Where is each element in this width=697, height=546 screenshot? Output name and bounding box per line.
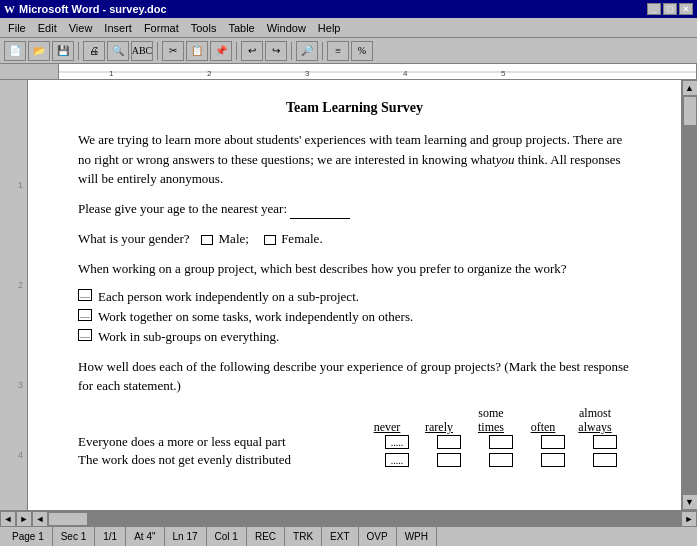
group-question: When working on a group project, which b… (78, 259, 631, 279)
menu-table[interactable]: Table (222, 20, 260, 36)
gender-female-checkbox[interactable] (264, 235, 276, 245)
toolbar: 📄 📂 💾 🖨 🔍 ABC ✂ 📋 📌 ↩ ↪ 🔎 ≡ % (0, 38, 697, 64)
gender-male-label: Male; (219, 231, 249, 246)
rating-row-0-label: Everyone does a more or less equal part (78, 434, 371, 450)
margin-num-3: 3 (18, 380, 23, 390)
svg-text:4: 4 (403, 69, 408, 78)
new-button[interactable]: 📄 (4, 41, 26, 61)
gender-male-checkbox[interactable]: ..... (201, 235, 213, 245)
rating-box-cell-1-2 (475, 453, 527, 467)
app-icon: W (4, 3, 15, 15)
rating-header-rarely: rarely (413, 406, 465, 435)
ruler: 1 2 3 4 5 (0, 64, 697, 80)
svg-text:2: 2 (207, 69, 212, 78)
maximize-button[interactable]: □ (663, 3, 677, 15)
gender-question: What is your gender? ..... Male; Female. (78, 229, 631, 249)
print-preview-button[interactable]: 🔍 (107, 41, 129, 61)
rating-box-0-4[interactable] (593, 435, 617, 449)
rating-box-cell-0-0: ..... (371, 435, 423, 449)
rating-header-often-line1 (517, 406, 569, 420)
scroll-thumb[interactable] (683, 96, 697, 126)
toolbar-separator-1 (78, 42, 79, 60)
find-button[interactable]: 🔎 (296, 41, 318, 61)
menu-help[interactable]: Help (312, 20, 347, 36)
minimize-button[interactable]: _ (647, 3, 661, 15)
rating-box-0-0[interactable]: ..... (385, 435, 409, 449)
menu-view[interactable]: View (63, 20, 99, 36)
spell-check-button[interactable]: ABC (131, 41, 153, 61)
hscroll-track[interactable] (48, 511, 681, 526)
rating-header-never: never (361, 406, 413, 435)
gender-label: What is your gender? (78, 231, 190, 246)
rating-box-0-1[interactable] (437, 435, 461, 449)
rating-box-0-2[interactable] (489, 435, 513, 449)
status-ext: EXT (322, 527, 358, 546)
menu-insert[interactable]: Insert (98, 20, 138, 36)
page-next-button[interactable]: ► (16, 511, 32, 527)
menu-format[interactable]: Format (138, 20, 185, 36)
rating-row-1: The work does not get evenly distributed… (78, 452, 631, 468)
status-wph: WPH (397, 527, 437, 546)
choice-text-0: Each person work independently on a sub-… (98, 288, 359, 306)
rating-box-0-3[interactable] (541, 435, 565, 449)
scroll-down-button[interactable]: ▼ (682, 494, 698, 510)
age-label: Please give your age to the nearest year… (78, 201, 287, 216)
close-button[interactable]: × (679, 3, 693, 15)
rating-box-cell-0-2 (475, 435, 527, 449)
rating-row-1-boxes: ..... (371, 453, 631, 467)
rating-header-always-line2: always (569, 420, 621, 434)
toolbar-separator-3 (236, 42, 237, 60)
choice-box-1[interactable]: ..... (78, 309, 92, 321)
rating-box-1-4[interactable] (593, 453, 617, 467)
save-button[interactable]: 💾 (52, 41, 74, 61)
choice-item-0: ..... Each person work independently on … (78, 288, 631, 306)
hscroll-left-button[interactable]: ◄ (32, 511, 48, 527)
document-area[interactable]: Team Learning Survey We are trying to le… (28, 80, 681, 510)
rating-box-1-3[interactable] (541, 453, 565, 467)
status-sec: Sec 1 (53, 527, 96, 546)
redo-button[interactable]: ↪ (265, 41, 287, 61)
age-question: Please give your age to the nearest year… (78, 199, 631, 220)
hscroll-right-button[interactable]: ► (681, 511, 697, 527)
age-field[interactable] (290, 199, 350, 220)
status-page: Page 1 (4, 527, 53, 546)
copy-button[interactable]: 📋 (186, 41, 208, 61)
menu-file[interactable]: File (2, 20, 32, 36)
choice-box-2[interactable]: ..... (78, 329, 92, 341)
rating-box-1-0[interactable]: ..... (385, 453, 409, 467)
open-button[interactable]: 📂 (28, 41, 50, 61)
scroll-track[interactable] (682, 96, 697, 494)
paste-button[interactable]: 📌 (210, 41, 232, 61)
cut-button[interactable]: ✂ (162, 41, 184, 61)
status-col: Col 1 (207, 527, 247, 546)
margin-num-1: 1 (18, 180, 23, 190)
choice-list: ..... Each person work independently on … (78, 288, 631, 347)
rating-header-rarely-line2: rarely (413, 420, 465, 434)
menu-tools[interactable]: Tools (185, 20, 223, 36)
ruler-content: 1 2 3 4 5 (58, 64, 697, 79)
zoom-button[interactable]: % (351, 41, 373, 61)
horizontal-scrollbar-area: ◄ ► ◄ ► (0, 510, 697, 526)
hscroll-thumb[interactable] (48, 512, 88, 526)
rating-header-never-line2: never (361, 420, 413, 434)
svg-text:3: 3 (305, 69, 310, 78)
rating-intro: How well does each of the following desc… (78, 357, 631, 396)
status-page-of: 1/1 (95, 527, 126, 546)
menu-window[interactable]: Window (261, 20, 312, 36)
print-button[interactable]: 🖨 (83, 41, 105, 61)
scroll-up-button[interactable]: ▲ (682, 80, 698, 96)
undo-button[interactable]: ↩ (241, 41, 263, 61)
intro-italic: you (496, 152, 515, 167)
choice-box-0[interactable]: ..... (78, 289, 92, 301)
vertical-scrollbar: ▲ ▼ (681, 80, 697, 510)
rating-row-0-boxes: ..... (371, 435, 631, 449)
rating-box-1-1[interactable] (437, 453, 461, 467)
menu-edit[interactable]: Edit (32, 20, 63, 36)
rating-row-1-label: The work does not get evenly distributed (78, 452, 371, 468)
page-prev-button[interactable]: ◄ (0, 511, 16, 527)
status-ovr: OVP (359, 527, 397, 546)
rating-box-1-2[interactable] (489, 453, 513, 467)
intro-paragraph: We are trying to learn more about studen… (78, 130, 631, 189)
columns-button[interactable]: ≡ (327, 41, 349, 61)
left-margin: 1 2 3 4 (0, 80, 28, 510)
